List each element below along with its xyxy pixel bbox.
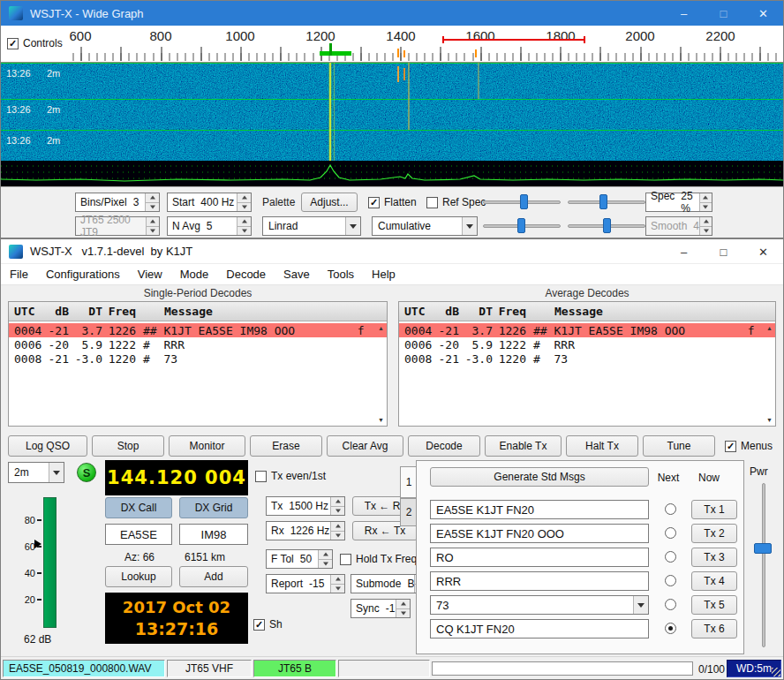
spin-down-icon[interactable] (237, 202, 251, 212)
f-tol-spinner[interactable]: F Tol50 (266, 549, 333, 569)
checkbox-box[interactable]: ✓ (368, 197, 380, 208)
checkbox-box[interactable]: ✓ (255, 471, 267, 482)
close-icon[interactable]: ✕ (743, 1, 783, 26)
spin-up-icon[interactable] (331, 522, 344, 531)
checkbox-box[interactable]: ✓ (253, 619, 265, 631)
lookup-button[interactable]: Lookup (105, 566, 172, 587)
spinner-arrows[interactable] (330, 522, 344, 540)
menu-save[interactable]: Save (275, 268, 319, 281)
waterfall-gain-slider[interactable] (483, 194, 561, 210)
decode-row[interactable]: 0004 -21 3.7 1226 ## K1JT EA5SE IM98 OOO… (399, 323, 775, 337)
slider-handle[interactable] (599, 194, 607, 209)
slider-handle[interactable] (520, 194, 528, 209)
tx-even-checkbox[interactable]: ✓ Tx even/1st (255, 470, 326, 482)
tx-message-field-2[interactable]: EA5SE K1JT FN20 OOO (430, 524, 649, 543)
tx-message-combo-5[interactable]: 73 (430, 595, 649, 615)
spinner-arrows[interactable] (318, 550, 332, 568)
frequency-display[interactable]: 144.120 004 (105, 460, 248, 495)
spinner-arrows[interactable] (699, 193, 712, 211)
add-button[interactable]: Add (179, 566, 248, 587)
pwr-slider[interactable] (762, 483, 765, 647)
menu-help[interactable]: Help (363, 268, 404, 281)
palette-combo[interactable]: Linrad (262, 216, 361, 236)
resize-grip[interactable] (772, 668, 780, 676)
waterfall-zero-slider[interactable] (568, 194, 645, 210)
spin-up-icon[interactable] (331, 497, 344, 506)
checkbox-box[interactable]: ✓ (725, 441, 736, 452)
band-combo[interactable]: 2m (8, 462, 64, 483)
decode-row[interactable]: 0004 -21 3.7 1226 ## K1JT EA5SE IM98 OOO… (9, 323, 387, 337)
next-radio-6[interactable] (665, 623, 676, 634)
next-radio-5[interactable] (665, 599, 676, 610)
next-radio-3[interactable] (665, 551, 676, 563)
decode-row[interactable]: 0008 -21 -3.0 1220 # 73 (399, 351, 775, 366)
menu-view[interactable]: View (129, 268, 171, 281)
spin-up-icon[interactable] (396, 600, 410, 608)
next-radio-4[interactable] (665, 575, 676, 586)
menus-checkbox[interactable]: ✓ Menus (725, 440, 773, 452)
generate-std-msgs-button[interactable]: Generate Std Msgs (430, 467, 649, 487)
next-radio-2[interactable] (665, 527, 676, 539)
menu-configurations[interactable]: Configurations (37, 268, 129, 281)
erase-button[interactable]: Erase (250, 435, 322, 457)
dx-grid-button[interactable]: DX Grid (179, 497, 248, 518)
decode-row[interactable]: 0006 -20 5.9 1222 # RRR (399, 337, 775, 351)
tx4-button[interactable]: Tx 4 (691, 571, 737, 591)
spin-up-icon[interactable] (146, 193, 159, 202)
dx-call-field[interactable]: EA5SE (105, 524, 172, 545)
scroll-down-icon[interactable]: ▼ (378, 417, 384, 423)
spin-down-icon[interactable] (237, 226, 251, 236)
spinner-arrows[interactable] (237, 217, 251, 235)
spectrum-gain-slider[interactable] (483, 218, 561, 234)
ref-spec-checkbox[interactable]: ✓ Ref Spec (426, 196, 486, 208)
spec-percent-spinner[interactable]: Spec25 % (645, 193, 712, 212)
spin-down-icon[interactable] (331, 584, 344, 593)
dx-grid-field[interactable]: IM98 (179, 524, 248, 545)
clear-avg-button[interactable]: Clear Avg (327, 435, 403, 457)
adjust-button[interactable]: Adjust... (301, 193, 358, 212)
spin-up-icon[interactable] (319, 550, 332, 559)
slider-handle[interactable] (517, 218, 525, 233)
spinner-arrows[interactable] (146, 217, 159, 235)
sh-checkbox[interactable]: ✓ Sh (253, 618, 283, 631)
spin-down-icon[interactable] (146, 202, 159, 212)
spinner-arrows[interactable] (330, 497, 344, 515)
spin-up-icon[interactable] (331, 575, 344, 584)
dropdown-icon[interactable] (462, 217, 477, 235)
maximize-icon[interactable]: □ (704, 239, 743, 264)
tx2-button[interactable]: Tx 2 (691, 524, 737, 543)
n-avg-spinner[interactable]: N Avg5 (167, 216, 252, 236)
spin-up-icon[interactable] (237, 217, 251, 226)
menu-tools[interactable]: Tools (319, 268, 363, 281)
minimize-icon[interactable]: – (664, 239, 704, 264)
checkbox-box[interactable]: ✓ (7, 38, 19, 49)
spinner-arrows[interactable] (145, 193, 159, 211)
sync-spinner[interactable]: Sync-1 (351, 599, 411, 618)
submode-spinner[interactable]: SubmodeB (351, 574, 423, 593)
spinner-arrows[interactable] (396, 600, 410, 617)
decode-button[interactable]: Decode (408, 435, 480, 457)
spin-up-icon[interactable] (237, 193, 251, 202)
tab-1[interactable]: 1 (400, 466, 417, 498)
spin-down-icon[interactable] (331, 531, 344, 540)
frequency-scale[interactable]: ✓ Controls 600 800 1000 1200 1400 1600 1… (1, 26, 783, 63)
slider-handle[interactable] (603, 218, 611, 233)
checkbox-box[interactable]: ✓ (340, 554, 351, 565)
report-spinner[interactable]: Report-15 (266, 574, 345, 593)
controls-checkbox[interactable]: ✓ Controls (7, 37, 63, 49)
tx-message-field-1[interactable]: EA5SE K1JT FN20 (430, 500, 649, 519)
spinner-arrows[interactable] (237, 193, 251, 211)
spectrum-zero-slider[interactable] (568, 218, 645, 234)
jt65-jt9-split-spinner[interactable]: JT65 2500 JT9 (75, 216, 160, 236)
checkbox-box[interactable]: ✓ (426, 197, 438, 208)
tx6-button[interactable]: Tx 6 (691, 619, 737, 638)
tab-2[interactable]: 2 (400, 498, 417, 526)
hold-tx-freq-checkbox[interactable]: ✓ Hold Tx Freq (340, 553, 417, 565)
spin-down-icon[interactable] (396, 608, 410, 618)
log-qso-button[interactable]: Log QSO (8, 435, 87, 457)
spin-down-icon[interactable] (147, 226, 159, 236)
flatten-checkbox[interactable]: ✓ Flatten (368, 196, 417, 208)
menu-mode[interactable]: Mode (171, 268, 218, 281)
main-titlebar[interactable]: WSJT-X v1.7.1-devel by K1JT – □ ✕ (1, 239, 783, 264)
spinner-arrows[interactable] (330, 575, 344, 593)
